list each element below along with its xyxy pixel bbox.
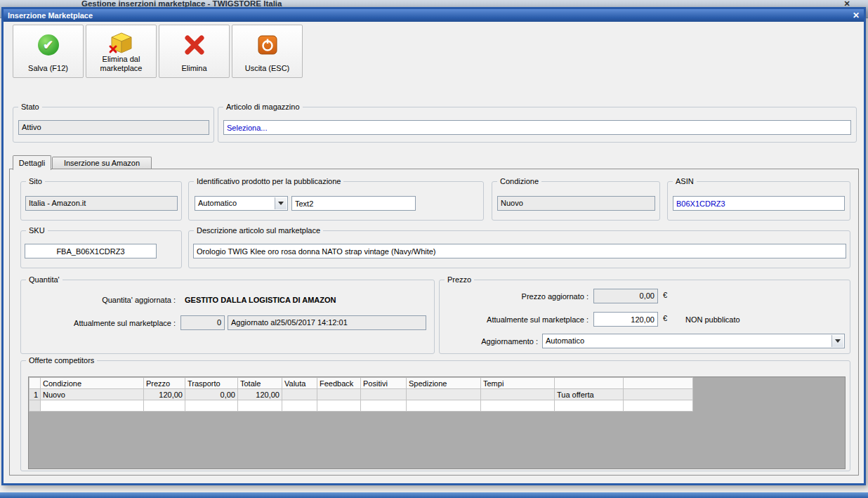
condizione-group: Condizione Nuovo [492, 181, 660, 221]
dialog-close-icon[interactable]: ✕ [853, 11, 860, 20]
dialog-content: ✔ Salva (F12) Elimina dal marketplace El… [4, 22, 864, 483]
condizione-field: Nuovo [497, 196, 655, 211]
stato-field: Attivo [18, 120, 209, 135]
save-button-icon-area: ✔ [38, 31, 59, 59]
sito-group-label: Sito [26, 177, 45, 186]
stato-group-label: Stato [18, 103, 42, 112]
descrizione-group-label: Descrizione articolo sul marketplace [194, 226, 323, 235]
identificativo-combobox-value: Automatico [198, 199, 237, 207]
grid-cell-trasporto[interactable]: 0,00 [185, 389, 238, 400]
grid-cell [185, 400, 238, 412]
identificativo-combobox[interactable]: Automatico [195, 196, 288, 211]
sku-input[interactable] [25, 244, 157, 258]
grid-row-1: 1 Nuovo 120,00 0,00 120,00 Tua offe [29, 389, 693, 400]
tab-dettagli-label: Dettagli [19, 159, 45, 167]
grid-cell-condizione[interactable]: Nuovo [41, 389, 144, 400]
chevron-down-icon[interactable] [275, 197, 287, 209]
chevron-down-icon[interactable] [831, 335, 843, 347]
tab-inserzione-su-amazon[interactable]: Inserzione su Amazon [52, 157, 152, 169]
offerte-group-label: Offerte competitors [26, 356, 97, 365]
grid-cell [317, 400, 361, 412]
exit-button[interactable]: Uscita (ESC) [232, 25, 303, 78]
grid-cell [238, 400, 282, 412]
delete-button-label: Elimina [181, 64, 206, 73]
identificativo-text-input[interactable] [291, 196, 416, 211]
quantita-marketplace-label: Attualmente sul marketplace : [21, 318, 176, 328]
prezzo-marketplace-label: Attualmente sul marketplace : [440, 315, 588, 325]
grid-cell-totale[interactable]: 120,00 [238, 389, 282, 400]
exit-button-label: Uscita (ESC) [245, 64, 290, 73]
chevron-down-glyph [278, 202, 284, 205]
tab-dettagli[interactable]: Dettagli [13, 155, 51, 170]
background-window-bottom-border [0, 492, 868, 498]
grid-header-prezzo[interactable]: Prezzo [144, 378, 185, 389]
quantita-aggiornata-label: Quantita' aggiornata : [21, 295, 176, 305]
grid-header-spedizione[interactable]: Spedizione [407, 378, 481, 389]
competitors-table: Condizione Prezzo Trasporto Totale Valut… [29, 377, 693, 412]
grid-header-positivi[interactable]: Positivi [361, 378, 407, 389]
delete-from-marketplace-label: Elimina dal marketplace [88, 55, 154, 73]
grid-cell-blank[interactable] [624, 389, 693, 400]
grid-header-blank-2[interactable] [624, 378, 693, 389]
grid-cell [282, 400, 317, 412]
grid-cell [555, 400, 624, 412]
asin-group-label: ASIN [673, 177, 697, 186]
grid-header-blank-1[interactable] [555, 378, 624, 389]
dialog-titlebar[interactable]: Inserzione Marketplace ✕ [4, 9, 864, 22]
prezzo-aggiornato-label: Prezzo aggiornato : [440, 291, 588, 301]
save-button[interactable]: ✔ Salva (F12) [13, 25, 84, 78]
grid-cell [624, 400, 693, 412]
power-icon [258, 31, 277, 59]
euro-symbol-2: € [663, 313, 667, 323]
grid-cell-tua-offerta[interactable]: Tua offerta [555, 389, 624, 400]
tab-inserzione-su-amazon-label: Inserzione su Amazon [64, 159, 140, 167]
quantita-marketplace-field: 0 [180, 315, 225, 330]
grid-cell [481, 400, 555, 412]
grid-cell-tempi[interactable] [481, 389, 555, 400]
grid-cell-valuta[interactable] [282, 389, 317, 400]
stato-group: Stato Attivo [13, 107, 214, 143]
save-button-label: Salva (F12) [28, 64, 68, 73]
grid-row-2 [29, 400, 693, 412]
quantita-aggiornata-value: GESTITO DALLA LOGISTICA DI AMAZON [185, 295, 336, 305]
grid-header-condizione[interactable]: Condizione [41, 378, 144, 389]
articolo-input[interactable] [223, 120, 851, 135]
asin-input[interactable] [673, 196, 845, 211]
sku-group-label: SKU [26, 226, 48, 235]
prezzo-group: Prezzo Prezzo aggiornato : 0,00 € Attual… [439, 280, 850, 354]
prezzo-group-label: Prezzo [445, 275, 474, 284]
quantita-group: Quantita' Quantita' aggiornata : GESTITO… [20, 280, 435, 354]
grid-header-tempi[interactable]: Tempi [481, 378, 555, 389]
grid-cell-prezzo[interactable]: 120,00 [144, 389, 185, 400]
aggiornamento-combobox[interactable]: Automatico [542, 334, 845, 348]
pubblicato-status: NON pubblicato [685, 315, 740, 325]
grid-cell-feedback[interactable] [317, 389, 361, 400]
grid-cell-positivi[interactable] [361, 389, 407, 400]
aggiornamento-label: Aggiornamento : [440, 336, 538, 346]
grid-header-rownum[interactable] [29, 378, 41, 389]
grid-cell [41, 400, 144, 412]
grid-cell [29, 400, 41, 412]
grid-cell-rownum[interactable]: 1 [29, 389, 41, 400]
inserzione-marketplace-dialog: Inserzione Marketplace ✕ ✔ Salva (F12) E… [1, 7, 866, 485]
sito-group: Sito Italia - Amazon.it [20, 181, 182, 221]
grid-header-trasporto[interactable]: Trasporto [185, 378, 238, 389]
package-icon [108, 31, 135, 55]
dialog-title: Inserzione Marketplace [8, 11, 93, 20]
grid-cell-spedizione[interactable] [407, 389, 481, 400]
grid-header-valuta[interactable]: Valuta [282, 378, 317, 389]
euro-symbol-1: € [663, 290, 667, 300]
descrizione-input[interactable] [193, 244, 846, 258]
delete-button[interactable]: Elimina [159, 25, 230, 78]
delete-from-marketplace-button[interactable]: Elimina dal marketplace [86, 25, 157, 78]
descrizione-group: Descrizione articolo sul marketplace [188, 230, 850, 268]
grid-header-totale[interactable]: Totale [238, 378, 282, 389]
competitors-grid[interactable]: Condizione Prezzo Trasporto Totale Valut… [28, 376, 846, 469]
grid-header-feedback[interactable]: Feedback [317, 378, 361, 389]
grid-cell [361, 400, 407, 412]
aggiornamento-combobox-value: Automatico [546, 336, 584, 345]
articolo-group-label: Articolo di magazzino [223, 103, 303, 112]
offerte-group: Offerte competitors Condizione P [20, 360, 850, 471]
prezzo-marketplace-input[interactable] [593, 312, 658, 327]
condizione-group-label: Condizione [497, 177, 541, 186]
